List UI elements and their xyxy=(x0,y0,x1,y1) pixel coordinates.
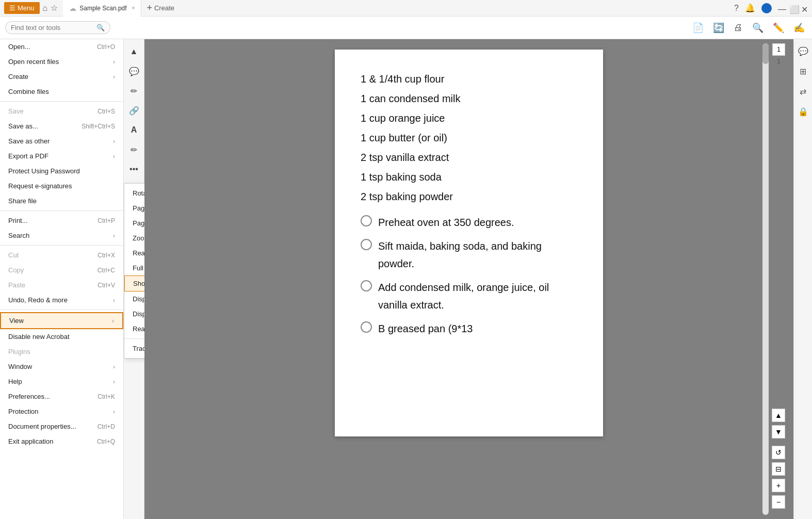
sync-icon[interactable]: 🔄 xyxy=(711,20,726,36)
zoom-search-icon[interactable]: 🔍 xyxy=(750,20,766,36)
page-number-display: 1 xyxy=(772,43,785,56)
close-button[interactable]: ✕ xyxy=(801,5,808,12)
right-icon-grid[interactable]: ⊞ xyxy=(797,63,809,79)
thumbnail-button[interactable]: ⊟ xyxy=(772,462,785,476)
menu-open-recent[interactable]: Open recent files › xyxy=(0,54,123,69)
restore-button[interactable]: ⬜ xyxy=(789,5,797,12)
step-2-text: Sift maida, baking soda, and baking powd… xyxy=(378,237,577,272)
sign-icon[interactable]: ✍ xyxy=(791,20,807,36)
menu-button[interactable]: ☰ Menu xyxy=(4,2,40,14)
view-label: View xyxy=(9,317,24,325)
pdf-area[interactable]: 1 & 1/4th cup flour 1 can condensed milk… xyxy=(144,39,793,519)
print-shortcut: Ctrl+P xyxy=(98,217,115,224)
search-icon: 🔍 xyxy=(96,24,105,31)
page-down-button[interactable]: ▼ xyxy=(772,425,785,439)
save-label: Save xyxy=(8,107,24,115)
step-4: B greased pan (9*13 xyxy=(361,320,577,337)
menu-disable-acrobat[interactable]: Disable new Acrobat xyxy=(0,329,123,344)
exit-label: Exit application xyxy=(8,437,53,445)
menu-save-as-other[interactable]: Save as other › xyxy=(0,134,123,149)
step-2-circle xyxy=(361,239,372,250)
plugins-label: Plugins xyxy=(8,348,30,355)
right-icon-lock[interactable]: 🔒 xyxy=(795,104,811,120)
open-recent-label: Open recent files xyxy=(8,58,59,66)
menu-search[interactable]: Search › xyxy=(0,228,123,243)
open-recent-arrow: › xyxy=(113,58,115,66)
step-1: Preheat oven at 350 degrees. xyxy=(361,214,577,231)
divider-3 xyxy=(0,245,123,246)
menu-protection[interactable]: Protection › xyxy=(0,404,123,419)
hamburger-icon: ☰ xyxy=(9,4,15,12)
menu-export-pdf[interactable]: Export a PDF › xyxy=(0,149,123,164)
menu-request-sig[interactable]: Request e-signatures xyxy=(0,179,123,193)
view-arrow: › xyxy=(112,317,114,325)
doc-props-shortcut: Ctrl+D xyxy=(98,423,115,430)
export-icon[interactable]: 📄 xyxy=(690,20,706,36)
menu-view[interactable]: View › xyxy=(0,312,123,329)
protection-label: Protection xyxy=(8,408,39,415)
ingredient-1: 1 & 1/4th cup flour xyxy=(361,70,577,88)
new-tab-button[interactable]: + Create xyxy=(141,3,180,13)
menu-exit[interactable]: Exit application Ctrl+Q xyxy=(0,434,123,449)
help-icon[interactable]: ? xyxy=(734,4,739,13)
zoom-in-button[interactable]: + xyxy=(772,479,785,492)
plus-icon: + xyxy=(147,3,152,13)
print-icon[interactable]: 🖨 xyxy=(732,20,745,36)
save-as-other-label: Save as other xyxy=(8,137,50,145)
right-icon-share[interactable]: ⇄ xyxy=(797,84,809,100)
menu-protect[interactable]: Protect Using Password xyxy=(0,164,123,179)
scrollbar-thumb[interactable] xyxy=(762,43,769,64)
menu-help[interactable]: Help › xyxy=(0,374,123,389)
minimize-button[interactable]: — xyxy=(778,5,785,12)
right-icon-comment[interactable]: 💬 xyxy=(795,43,811,59)
help-arrow: › xyxy=(113,378,115,385)
link-tool[interactable]: 🔗 xyxy=(126,102,142,119)
more-tools[interactable]: ••• xyxy=(126,161,142,177)
menu-plugins: Plugins xyxy=(0,344,123,359)
search-bar[interactable]: 🔍 xyxy=(5,21,110,34)
cut-label: Cut xyxy=(8,251,19,259)
menu-combine[interactable]: Combine files xyxy=(0,84,123,99)
page-number-label: 1 xyxy=(777,58,781,65)
protect-label: Protect Using Password xyxy=(8,167,80,175)
menu-print[interactable]: Print... Ctrl+P xyxy=(0,213,123,228)
menu-save-as[interactable]: Save as... Shift+Ctrl+S xyxy=(0,119,123,134)
menu-create[interactable]: Create › xyxy=(0,69,123,84)
menu-preferences[interactable]: Preferences... Ctrl+K xyxy=(0,389,123,404)
menu-share[interactable]: Share file xyxy=(0,193,123,208)
page-up-button[interactable]: ▲ xyxy=(772,409,785,422)
ingredient-4: 1 cup butter (or oil) xyxy=(361,129,577,147)
tab-sample-scan[interactable]: ☁ Sample Scan.pdf × xyxy=(63,0,141,17)
menu-open[interactable]: Open... Ctrl+O xyxy=(0,39,123,54)
text-tool[interactable]: A xyxy=(126,122,142,138)
bookmark-icon[interactable]: ☆ xyxy=(51,3,58,13)
tab-close-button[interactable]: × xyxy=(132,5,135,11)
request-sig-label: Request e-signatures xyxy=(8,182,72,190)
edit-icon[interactable]: ✏️ xyxy=(771,20,786,36)
pdf-content: 1 & 1/4th cup flour 1 can condensed milk… xyxy=(361,70,577,337)
pencil-tool[interactable]: ✏ xyxy=(126,83,142,99)
doc-props-label: Document properties... xyxy=(8,423,76,430)
avatar[interactable] xyxy=(761,3,772,13)
undo-redo-label: Undo, Redo & more xyxy=(8,296,68,304)
search-arrow: › xyxy=(113,232,115,239)
refresh-button[interactable]: ↺ xyxy=(772,446,785,459)
save-as-label: Save as... xyxy=(8,122,38,130)
window-arrow: › xyxy=(113,363,115,370)
draw-tool[interactable]: ✏ xyxy=(126,141,142,158)
menu-cut: Cut Ctrl+X xyxy=(0,248,123,263)
menu-window[interactable]: Window › xyxy=(0,359,123,374)
tab-title: Sample Scan.pdf xyxy=(79,5,126,12)
ingredient-5: 2 tsp vanilla extract xyxy=(361,149,577,166)
menu-undo-redo[interactable]: Undo, Redo & more › xyxy=(0,293,123,307)
search-input[interactable] xyxy=(11,24,93,31)
notifications-icon[interactable]: 🔔 xyxy=(745,3,755,13)
comment-tool[interactable]: 💬 xyxy=(126,63,142,79)
select-tool[interactable]: ▲ xyxy=(126,43,142,60)
scrollbar-track[interactable] xyxy=(762,43,769,515)
paste-shortcut: Ctrl+V xyxy=(98,282,115,289)
home-icon[interactable]: ⌂ xyxy=(43,4,48,13)
zoom-out-button[interactable]: − xyxy=(772,495,785,509)
open-label: Open... xyxy=(8,43,30,51)
menu-doc-properties[interactable]: Document properties... Ctrl+D xyxy=(0,419,123,434)
